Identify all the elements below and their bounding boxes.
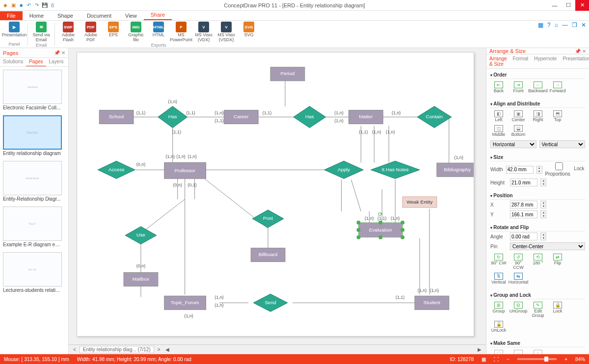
btn-flip[interactable]: ⇄Flip <box>549 254 566 270</box>
width-down-icon[interactable]: ▾ <box>537 170 542 173</box>
width-input[interactable] <box>506 166 534 174</box>
btn-rotate-ccw[interactable]: ↺90° CCW <box>510 254 527 270</box>
pin-icon[interactable]: 📌 ✕ <box>54 50 65 55</box>
qat-print-icon[interactable]: ⎙ <box>49 2 56 9</box>
ribbon-html[interactable]: HTMLHTML <box>148 22 169 43</box>
btn-back[interactable]: ⇤Back <box>490 81 507 93</box>
section-makesame[interactable]: Make Same <box>490 339 585 347</box>
rp-tab-presentation[interactable]: Presentation <box>560 54 589 68</box>
section-position[interactable]: Position <box>490 191 585 200</box>
ribbon-presentation[interactable]: ▶Presentation <box>4 22 25 38</box>
ribbon-eps[interactable]: EPSEPS <box>103 22 124 43</box>
btn-same-size[interactable]: ▢Size <box>490 350 507 354</box>
ribbon-pdf[interactable]: PDFAdobe PDF <box>80 22 101 43</box>
thumb-4[interactable]: ▭ ▭Lecturers-students relatio... <box>3 252 65 293</box>
zoom-slider[interactable] <box>517 358 557 360</box>
zoom-in-icon[interactable]: + <box>564 357 567 362</box>
ribbon-visio-vsdx[interactable]: VMS Visio (VSDX) <box>216 22 237 43</box>
help-home-icon[interactable]: ⌂ <box>555 22 558 28</box>
maximize-button[interactable]: ☐ <box>562 0 575 11</box>
ribbon-graphic-file[interactable]: IMGGraphic file <box>126 22 146 43</box>
distribute-vertical-select[interactable]: Vertical <box>539 140 586 148</box>
tab-scroll-right-icon[interactable]: ▶ <box>476 347 483 352</box>
tab-share[interactable]: Share <box>144 10 172 20</box>
section-size[interactable]: Size <box>490 153 585 161</box>
help-restore-icon[interactable]: ❐ <box>572 22 577 28</box>
tab-home[interactable]: Home <box>23 11 51 20</box>
tab-prev-icon[interactable]: < <box>72 347 78 352</box>
minimize-button[interactable]: — <box>548 0 562 11</box>
height-input[interactable] <box>510 179 537 186</box>
rp-tab-hypernote[interactable]: Hypernote <box>531 54 560 68</box>
diagram-canvas[interactable]: School Career Matter Period Professor Bi… <box>77 52 474 337</box>
rp-tab-format[interactable]: Format <box>510 54 532 68</box>
btn-unlock[interactable]: 🔓UnLock <box>490 321 507 333</box>
help-question-icon[interactable]: ? <box>547 22 551 28</box>
thumb-3[interactable]: ○▭○Example E-R diagram ext... <box>3 207 65 247</box>
distribute-horizontal-select[interactable]: Horizontal <box>490 140 536 148</box>
right-pin-icon[interactable]: 📌 ✕ <box>575 49 586 54</box>
btn-rotate-cw[interactable]: ↻90° CW <box>490 254 507 270</box>
thumb-1[interactable]: ◇▭◇▭Entity relationship diagram <box>3 115 65 156</box>
ribbon-visio-vdx[interactable]: VMS Visio (VDX) <box>193 22 214 43</box>
angle-input[interactable] <box>510 233 537 240</box>
ribbon-send-email[interactable]: ✉Send via Email <box>31 22 52 43</box>
thumb-0[interactable]: ▭▭▭Electronic Facsimile Coll... <box>3 70 65 110</box>
btn-align-bottom[interactable]: ⬓Bottom <box>510 125 527 137</box>
thumb-2[interactable]: ▭▭▭▭Entity-Relationship Diagr... <box>3 161 65 202</box>
btn-forward[interactable]: →Forward <box>549 81 566 93</box>
btn-rotate-180[interactable]: ⟲180 ° <box>530 254 546 270</box>
close-button[interactable]: ✕ <box>575 0 589 11</box>
tab-next-icon[interactable]: > <box>156 347 162 352</box>
btn-group[interactable]: ⊞Group <box>490 302 507 318</box>
btn-same-height[interactable]: ↕Height <box>530 350 546 354</box>
status-ruler-icon[interactable]: ▦ <box>482 357 486 362</box>
qat-redo-icon[interactable]: ↷ <box>33 2 40 9</box>
x-input[interactable] <box>510 201 537 208</box>
left-tab-solutions[interactable]: Solutions <box>0 58 26 66</box>
qat-open-icon[interactable]: ▣ <box>10 2 17 9</box>
help-grid-icon[interactable]: ▦ <box>538 22 543 28</box>
section-group[interactable]: Group and Lock <box>490 291 585 299</box>
qat-undo-icon[interactable]: ↶ <box>26 2 32 9</box>
qat-save-icon[interactable]: ■ <box>18 2 25 9</box>
ribbon-svg[interactable]: SVGSVG <box>239 22 259 43</box>
help-min-icon[interactable]: — <box>562 22 568 28</box>
btn-align-right[interactable]: ◨Right <box>530 110 546 122</box>
rp-tab-arrange[interactable]: Arrange & Size <box>486 54 510 68</box>
left-tab-pages[interactable]: Pages <box>26 58 46 66</box>
status-fit-icon[interactable]: ⛶ <box>494 357 499 362</box>
tab-document[interactable]: Document <box>80 11 118 20</box>
zoom-out-icon[interactable]: − <box>507 357 509 362</box>
btn-align-top[interactable]: ⬒Top <box>549 110 566 122</box>
section-order[interactable]: Order <box>490 71 585 79</box>
tab-file[interactable]: File <box>0 11 23 20</box>
qat-new-icon[interactable]: ◆ <box>2 2 9 9</box>
lock-proportions-checkbox[interactable] <box>545 162 573 170</box>
section-rotate[interactable]: Rotate and Flip <box>490 223 585 232</box>
section-align[interactable]: Align and Distribute <box>490 100 585 108</box>
btn-align-middle[interactable]: ◫Middle <box>490 125 507 137</box>
btn-front[interactable]: ⇥Front <box>510 81 527 93</box>
tab-view[interactable]: View <box>118 11 144 20</box>
btn-same-width[interactable]: ↔Width <box>510 350 527 354</box>
left-tab-layers[interactable]: Layers <box>46 58 67 66</box>
btn-edit-group[interactable]: ✎Edit Group <box>530 302 546 318</box>
tab-scroll-left-icon[interactable]: ◀ <box>164 347 171 352</box>
btn-backward[interactable]: ←Backward <box>530 81 546 93</box>
height-up-icon[interactable]: ▴ <box>541 179 546 182</box>
btn-align-center[interactable]: ▣Center <box>510 110 527 122</box>
help-close-icon[interactable]: ✕ <box>581 22 586 28</box>
y-input[interactable] <box>510 210 537 218</box>
ribbon-powerpoint[interactable]: PMS PowerPoint <box>171 22 191 43</box>
btn-flip-vertical[interactable]: ⇅Vertical <box>490 273 507 285</box>
btn-flip-horizontal[interactable]: ⇆Horizontal <box>510 273 527 285</box>
height-down-icon[interactable]: ▾ <box>541 182 546 186</box>
width-up-icon[interactable]: ▴ <box>537 166 542 170</box>
btn-lock[interactable]: 🔒Lock <box>549 302 566 318</box>
btn-ungroup[interactable]: ⊟UnGroup <box>510 302 527 318</box>
tab-shape[interactable]: Shape <box>51 11 80 20</box>
doc-tab[interactable]: Entity relationship diag... (7/12) <box>80 346 154 353</box>
btn-align-left[interactable]: ◧Left <box>490 110 507 122</box>
pin-select[interactable]: Center-Center <box>510 242 585 250</box>
